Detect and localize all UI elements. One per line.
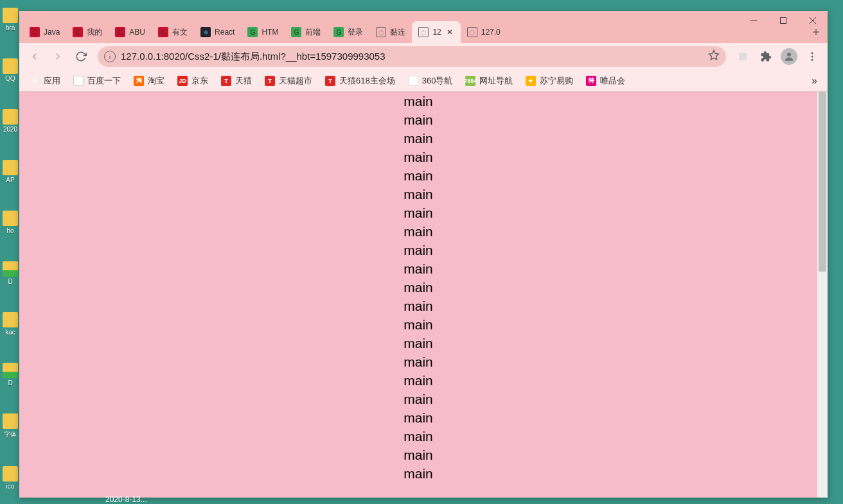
svg-rect-5 bbox=[739, 53, 747, 60]
forward-button[interactable] bbox=[48, 46, 68, 67]
bookmark-label: 京东 bbox=[191, 75, 208, 87]
bookmark-label: 天猫 bbox=[235, 75, 252, 87]
page-text-line: main bbox=[19, 427, 817, 446]
desktop-icon[interactable]: kac bbox=[1, 312, 19, 336]
desktop-icon[interactable]: ho bbox=[1, 211, 19, 234]
reload-button[interactable] bbox=[71, 46, 91, 67]
tab[interactable]: CABU bbox=[109, 21, 152, 43]
bookmark-label: 百度一下 bbox=[87, 75, 121, 87]
maximize-button[interactable] bbox=[768, 11, 798, 30]
back-button[interactable] bbox=[24, 46, 45, 67]
desktop-icon[interactable]: AP bbox=[1, 160, 19, 184]
page-text-line: main bbox=[19, 371, 817, 390]
bookmark-item[interactable]: 淘淘宝 bbox=[129, 73, 170, 89]
window-controls bbox=[739, 11, 828, 30]
close-button[interactable] bbox=[798, 11, 828, 30]
desktop-icon[interactable]: 2020 bbox=[1, 109, 19, 133]
bookmarks-overflow-button[interactable]: » bbox=[806, 73, 822, 89]
desktop-icon[interactable]: QQ bbox=[1, 58, 19, 82]
desktop-icon-label: ho bbox=[1, 227, 19, 234]
bookmark-favicon: 淘 bbox=[134, 76, 144, 86]
desktop-icon[interactable]: D bbox=[1, 363, 19, 387]
bookmark-favicon: T bbox=[221, 76, 231, 86]
tab[interactable]: GHTM bbox=[241, 21, 285, 43]
profile-avatar[interactable] bbox=[779, 46, 799, 67]
bookmark-favicon: T bbox=[265, 76, 275, 86]
desktop-icon[interactable]: bra bbox=[1, 8, 19, 31]
tab[interactable]: G登录 bbox=[327, 21, 369, 43]
svg-rect-1 bbox=[781, 18, 786, 24]
bookmark-favicon: JD bbox=[177, 76, 188, 86]
tab-label: 黏连 bbox=[390, 27, 405, 38]
page-text-line: main bbox=[19, 334, 817, 352]
page-text-line: main bbox=[19, 464, 817, 483]
desktop-icon-label: kac bbox=[1, 329, 19, 336]
tab[interactable]: ◌黏连 bbox=[369, 21, 412, 43]
desktop-icon-label: bra bbox=[1, 24, 19, 31]
bookmark-item[interactable]: 7654网址导航 bbox=[460, 73, 518, 89]
svg-point-7 bbox=[812, 52, 813, 54]
svg-point-9 bbox=[812, 59, 813, 61]
bookmark-label: 苏宁易购 bbox=[540, 75, 573, 87]
extensions-puzzle-icon[interactable] bbox=[756, 46, 776, 67]
taskbar-fragment: 2020-8-13... bbox=[105, 495, 147, 504]
desktop-icon[interactable]: 字体 bbox=[1, 413, 19, 439]
bookmark-star-icon[interactable] bbox=[708, 49, 720, 64]
bookmark-favicon: ✦ bbox=[73, 76, 84, 86]
svg-marker-4 bbox=[709, 51, 719, 60]
bookmark-favicon bbox=[408, 76, 418, 86]
folder-icon bbox=[3, 363, 18, 378]
page-text-line: main bbox=[19, 408, 817, 427]
tab-label: Java bbox=[44, 28, 60, 37]
bookmark-item[interactable]: ✦百度一下 bbox=[68, 73, 126, 89]
folder-icon bbox=[3, 109, 18, 125]
bookmark-item[interactable]: T天猫 bbox=[216, 73, 257, 89]
bookmark-label: 唯品会 bbox=[600, 75, 625, 87]
tab-label: 登录 bbox=[348, 27, 363, 38]
bookmark-label: 网址导航 bbox=[479, 75, 513, 87]
viewport: mainmainmainmainmainmainmainmainmainmain… bbox=[19, 92, 828, 498]
bookmark-item[interactable]: T天猫超市 bbox=[260, 73, 317, 89]
desktop-icon[interactable]: ico bbox=[1, 466, 19, 490]
close-icon[interactable]: ✕ bbox=[445, 28, 454, 37]
page-text-line: main bbox=[19, 241, 817, 259]
bookmark-item[interactable]: ✦苏宁易购 bbox=[520, 73, 578, 89]
bookmark-item[interactable]: T天猫618主会场 bbox=[320, 73, 400, 89]
page-text-line: main bbox=[19, 446, 817, 464]
menu-button[interactable] bbox=[802, 46, 822, 67]
folder-icon bbox=[3, 8, 18, 23]
desktop-icon[interactable]: D bbox=[1, 261, 19, 285]
tab-favicon: C bbox=[30, 27, 40, 37]
extension-icon[interactable] bbox=[732, 46, 753, 67]
bookmark-item[interactable]: 特唯品会 bbox=[581, 73, 630, 89]
tab-label: 前端 bbox=[305, 27, 321, 38]
bookmark-item[interactable]: JD京东 bbox=[172, 73, 213, 89]
tab-favicon: G bbox=[333, 27, 344, 37]
folder-icon bbox=[3, 160, 18, 175]
page-text-line: main bbox=[19, 278, 817, 297]
desktop-icon-label: AP bbox=[1, 177, 19, 184]
bookmark-item[interactable]: ⠿应用 bbox=[24, 73, 66, 89]
page-text-line: main bbox=[19, 166, 817, 185]
bookmark-favicon: ✦ bbox=[526, 76, 536, 86]
tab-favicon: ⚛ bbox=[200, 27, 211, 37]
desktop-icon-label: 2020 bbox=[1, 126, 19, 133]
vertical-scrollbar[interactable] bbox=[817, 92, 828, 498]
page-text-line: main bbox=[19, 185, 817, 204]
tab[interactable]: C我的 bbox=[66, 21, 109, 43]
tab[interactable]: ⚛React bbox=[194, 21, 241, 43]
bookmark-item[interactable]: 360导航 bbox=[403, 73, 458, 89]
tab-active[interactable]: ◌12✕ bbox=[412, 21, 460, 43]
folder-icon bbox=[3, 466, 18, 482]
site-info-icon[interactable]: i bbox=[104, 51, 116, 62]
tab[interactable]: ◌127.0 bbox=[461, 21, 507, 43]
minimize-button[interactable] bbox=[739, 11, 768, 30]
scrollbar-thumb[interactable] bbox=[819, 92, 826, 272]
tab[interactable]: G前端 bbox=[285, 21, 327, 43]
address-bar[interactable]: i 127.0.0.1:8020/Css2-1/黏连布局.html?__hbt=… bbox=[98, 46, 726, 67]
page-text-line: main bbox=[19, 259, 817, 278]
tab-label: HTM bbox=[262, 28, 278, 37]
tab[interactable]: C有文 bbox=[152, 21, 194, 43]
tab[interactable]: CJava bbox=[23, 21, 66, 43]
tab-favicon: C bbox=[158, 27, 168, 37]
